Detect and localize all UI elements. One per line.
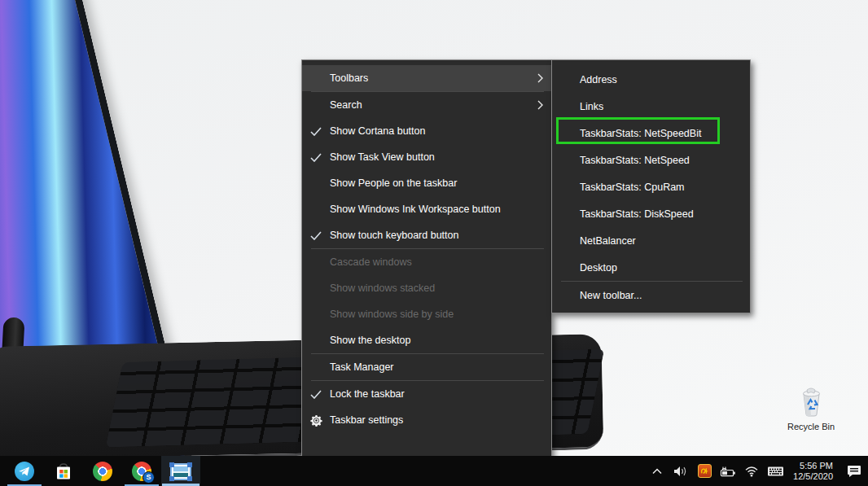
submenu-arrow-icon bbox=[533, 73, 543, 83]
menu-item-show-cortana-button[interactable]: Show Cortana button bbox=[302, 118, 551, 144]
microsoft-store-icon bbox=[54, 462, 73, 481]
toolbars-submenu: Address Links TaskbarStats: NetSpeedBit … bbox=[551, 59, 751, 313]
menu-item-search[interactable]: Search bbox=[302, 92, 551, 118]
menu-item-label: Show People on the taskbar bbox=[330, 177, 543, 189]
menu-item-taskbar-settings[interactable]: Taskbar settings bbox=[302, 407, 551, 433]
checkmark-icon bbox=[302, 390, 330, 399]
menu-item-show-the-desktop[interactable]: Show the desktop bbox=[302, 327, 551, 353]
menu-item-label: Show windows side by side bbox=[330, 309, 543, 320]
checkmark-icon bbox=[302, 127, 330, 136]
submenu-item-label: TaskbarStats: NetSpeedBit bbox=[580, 128, 742, 139]
clock-date: 12/5/2020 bbox=[793, 471, 833, 482]
volume-icon[interactable] bbox=[672, 461, 690, 482]
submenu-item-label: TaskbarStats: CpuRam bbox=[580, 182, 742, 193]
submenu-item-label: Desktop bbox=[580, 262, 742, 274]
taskbar-button-telegram[interactable] bbox=[5, 456, 44, 486]
profile-badge: S bbox=[142, 471, 155, 484]
menu-item-label: Show Task View button bbox=[330, 151, 543, 163]
menu-item-label: Lock the taskbar bbox=[330, 388, 543, 400]
menu-item-label: Show windows stacked bbox=[330, 282, 543, 294]
submenu-item-taskbarstats-diskspeed[interactable]: TaskbarStats: DiskSpeed bbox=[552, 200, 750, 227]
menu-item-lock-the-taskbar[interactable]: Lock the taskbar bbox=[302, 381, 551, 407]
corner-handle bbox=[169, 462, 174, 467]
submenu-item-label: New toolbar... bbox=[580, 290, 742, 301]
submenu-item-label: TaskbarStats: NetSpeed bbox=[580, 155, 742, 166]
checkmark-icon bbox=[302, 231, 330, 240]
submenu-item-links[interactable]: Links bbox=[552, 93, 750, 120]
menu-item-label: Show the desktop bbox=[330, 335, 543, 346]
submenu-item-taskbarstats-netspeed[interactable]: TaskbarStats: NetSpeed bbox=[552, 147, 750, 173]
avro-keyboard-icon[interactable] bbox=[695, 461, 713, 482]
submenu-item-taskbarstats-cpuram[interactable]: TaskbarStats: CpuRam bbox=[552, 173, 750, 200]
submenu-item-address[interactable]: Address bbox=[552, 66, 750, 93]
menu-item-label: Toolbars bbox=[330, 72, 533, 84]
menu-item-label: Search bbox=[330, 99, 533, 111]
menu-item-label: Show touch keyboard button bbox=[330, 230, 543, 241]
menu-item-label: Taskbar settings bbox=[330, 414, 543, 426]
taskbar: S bbox=[0, 456, 868, 486]
corner-handle bbox=[187, 476, 192, 481]
recycle-bin-desktop-icon[interactable]: Recycle Bin bbox=[780, 386, 842, 431]
battery-icon[interactable] bbox=[719, 461, 737, 482]
submenu-item-desktop[interactable]: Desktop bbox=[552, 254, 750, 281]
corner-handle bbox=[187, 462, 192, 467]
taskbar-app-icons: S bbox=[5, 456, 200, 486]
image-viewer-icon bbox=[170, 463, 191, 480]
menu-item-label: Show Windows Ink Workspace button bbox=[330, 204, 543, 215]
show-hidden-icons-chevron[interactable] bbox=[648, 461, 666, 482]
corner-handle bbox=[169, 476, 174, 481]
submenu-item-label: TaskbarStats: DiskSpeed bbox=[580, 208, 742, 220]
action-center-icon[interactable] bbox=[845, 461, 863, 482]
taskbar-context-menu: Toolbars Search Show Cortana button Show… bbox=[301, 59, 552, 464]
menu-item-show-task-view-button[interactable]: Show Task View button bbox=[302, 144, 551, 170]
recycle-bin-label: Recycle Bin bbox=[780, 422, 842, 431]
menu-item-show-people-on-taskbar[interactable]: Show People on the taskbar bbox=[302, 170, 551, 196]
gear-icon bbox=[302, 414, 330, 427]
submenu-item-taskbarstats-netspeedbit[interactable]: TaskbarStats: NetSpeedBit bbox=[552, 120, 750, 147]
submenu-item-netbalancer[interactable]: NetBalancer bbox=[552, 227, 750, 254]
recycle-bin-icon bbox=[796, 386, 826, 417]
taskbar-clock[interactable]: 5:56 PM 12/5/2020 bbox=[790, 461, 836, 482]
submenu-item-label: Links bbox=[580, 101, 742, 112]
menu-item-toolbars[interactable]: Toolbars bbox=[302, 65, 551, 91]
menu-item-show-windows-side-by-side: Show windows side by side bbox=[302, 301, 551, 327]
submenu-item-new-toolbar[interactable]: New toolbar... bbox=[552, 282, 750, 309]
telegram-icon bbox=[15, 462, 34, 481]
touch-keyboard-icon[interactable] bbox=[766, 461, 784, 482]
chrome-icon bbox=[93, 462, 112, 481]
menu-item-label: Task Manager bbox=[330, 361, 543, 373]
clock-time: 5:56 PM bbox=[793, 461, 833, 471]
menu-item-show-windows-ink-workspace-button[interactable]: Show Windows Ink Workspace button bbox=[302, 196, 551, 222]
menu-item-cascade-windows: Cascade windows bbox=[302, 249, 551, 275]
checkmark-icon bbox=[302, 153, 330, 162]
image-viewer-photo bbox=[173, 466, 188, 477]
chrome-profile-icon: S bbox=[132, 462, 151, 481]
menu-item-label: Cascade windows bbox=[330, 256, 543, 268]
menu-item-show-windows-stacked: Show windows stacked bbox=[302, 275, 551, 301]
taskbar-button-chrome[interactable] bbox=[83, 456, 122, 486]
submenu-arrow-icon bbox=[533, 100, 543, 110]
wifi-icon[interactable] bbox=[743, 461, 761, 482]
menu-item-label: Show Cortana button bbox=[330, 125, 543, 137]
submenu-item-label: Address bbox=[580, 74, 742, 85]
taskbar-button-image-viewer[interactable] bbox=[161, 456, 200, 486]
taskbar-button-microsoft-store[interactable] bbox=[44, 456, 83, 486]
menu-item-task-manager[interactable]: Task Manager bbox=[302, 354, 551, 380]
system-tray: 5:56 PM 12/5/2020 bbox=[648, 456, 868, 486]
taskbar-button-chrome-profile[interactable]: S bbox=[122, 456, 161, 486]
submenu-item-label: NetBalancer bbox=[580, 235, 742, 247]
menu-item-show-touch-keyboard-button[interactable]: Show touch keyboard button bbox=[302, 222, 551, 248]
